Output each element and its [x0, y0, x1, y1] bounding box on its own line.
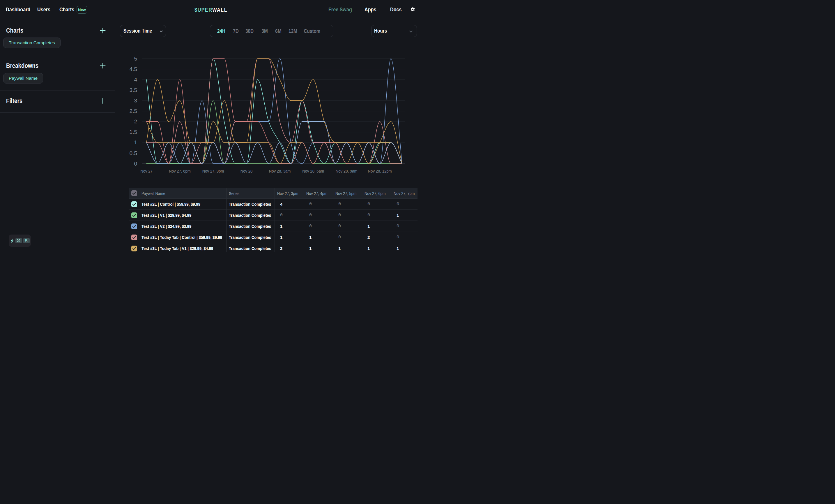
svg-text:4: 4	[134, 77, 137, 83]
svg-text:Nov 28, 3am: Nov 28, 3am	[269, 168, 291, 173]
svg-text:2: 2	[134, 119, 137, 125]
svg-text:Nov 27, 6pm: Nov 27, 6pm	[169, 168, 191, 173]
svg-text:1: 1	[134, 140, 137, 146]
svg-text:Nov 28, 6am: Nov 28, 6am	[302, 168, 324, 173]
svg-text:5: 5	[134, 56, 137, 62]
svg-text:3: 3	[134, 98, 137, 104]
svg-text:1.5: 1.5	[129, 129, 137, 135]
svg-text:3.5: 3.5	[129, 87, 137, 93]
svg-text:0: 0	[134, 161, 137, 167]
svg-text:Nov 28: Nov 28	[241, 168, 253, 173]
svg-text:4.5: 4.5	[129, 66, 137, 72]
svg-text:Nov 27: Nov 27	[140, 168, 152, 173]
svg-text:Nov 28, 12pm: Nov 28, 12pm	[368, 168, 392, 173]
svg-text:Nov 27, 9pm: Nov 27, 9pm	[202, 168, 224, 173]
svg-text:0.5: 0.5	[129, 150, 137, 156]
svg-text:Nov 28, 9am: Nov 28, 9am	[336, 168, 358, 173]
svg-text:2.5: 2.5	[129, 108, 137, 114]
